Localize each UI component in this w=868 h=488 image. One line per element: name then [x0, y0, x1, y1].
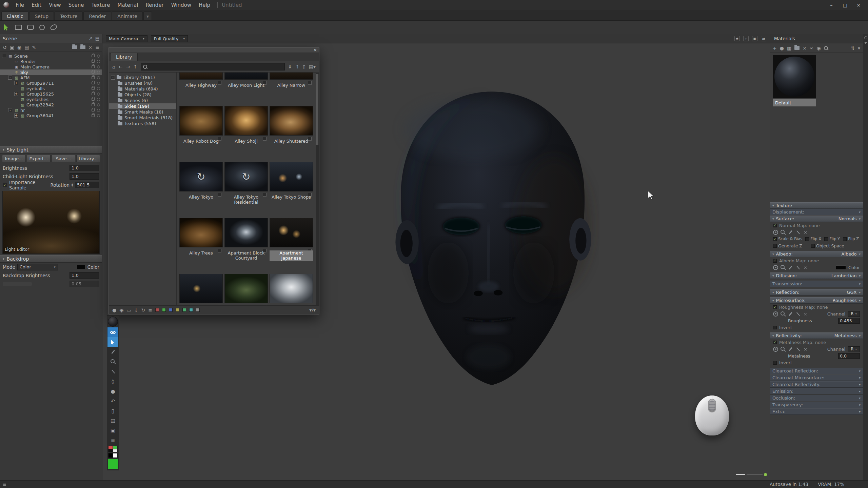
- mannequin-icon[interactable]: ◉: [119, 308, 123, 312]
- tag-blue-swatch[interactable]: [169, 308, 173, 312]
- scrollbar-thumb[interactable]: [316, 74, 318, 145]
- lock-icon[interactable]: [92, 60, 95, 63]
- brush-icon[interactable]: [788, 265, 793, 270]
- expand-toggle[interactable]: -: [2, 54, 6, 58]
- sky-thumbnail[interactable]: [224, 274, 268, 303]
- lock-icon[interactable]: [92, 103, 95, 106]
- list-view-icon[interactable]: ≡: [95, 45, 99, 50]
- section-clearcoat-reflection[interactable]: Clearcoat Reflection: ▾: [770, 368, 863, 374]
- lock-icon[interactable]: [92, 82, 95, 84]
- folder-brushes[interactable]: Brushes (48): [109, 80, 176, 86]
- bw-swatch[interactable]: [108, 453, 118, 458]
- lock-icon[interactable]: [92, 93, 95, 95]
- zoom-icon[interactable]: [781, 311, 786, 317]
- roughness-map-checkbox[interactable]: ✓: [773, 305, 777, 309]
- brightness-input[interactable]: [70, 165, 99, 171]
- sphere-preview-icon[interactable]: ●: [780, 46, 784, 50]
- edge-settings-icon[interactable]: [864, 36, 867, 39]
- reflectivity-mode-value[interactable]: Metalness: [834, 333, 857, 338]
- menu-scene[interactable]: Scene: [65, 2, 88, 8]
- library-item-partial[interactable]: [270, 274, 314, 305]
- delete-node-icon[interactable]: ×: [88, 45, 93, 50]
- zoom-icon[interactable]: [781, 347, 786, 352]
- visibility-icon[interactable]: ◉: [17, 45, 21, 50]
- invert-checkbox[interactable]: [773, 361, 777, 365]
- folder-icon[interactable]: [794, 46, 800, 50]
- clear-map-icon[interactable]: ×: [803, 311, 808, 317]
- circle-select-icon[interactable]: [39, 25, 45, 30]
- lock-icon[interactable]: [92, 114, 95, 117]
- sky-light-header[interactable]: ▾ Sky Light: [0, 146, 102, 154]
- expand-toggle[interactable]: -: [111, 76, 115, 80]
- close-button[interactable]: ×: [852, 2, 865, 8]
- search-input[interactable]: [149, 64, 282, 69]
- menu-window[interactable]: Window: [167, 2, 195, 8]
- ghost-icon[interactable]: [97, 71, 100, 74]
- stamp-tool[interactable]: ▤: [107, 416, 118, 426]
- folder-materials[interactable]: Materials (694): [109, 86, 176, 92]
- add-material-icon[interactable]: +: [773, 46, 777, 50]
- folder-smart-materials[interactable]: Smart Materials (318): [109, 115, 176, 121]
- select-arrow-icon[interactable]: [4, 24, 9, 30]
- albedo-color-swatch[interactable]: [836, 265, 846, 270]
- material-preview[interactable]: [773, 55, 816, 98]
- section-albedo[interactable]: ▾ Albedo: Albedo ▾: [770, 251, 863, 257]
- metalness-channel-select[interactable]: R ▾: [848, 346, 860, 352]
- gear-icon[interactable]: [773, 230, 778, 235]
- minimize-button[interactable]: –: [825, 2, 838, 8]
- folder-textures[interactable]: Textures (558): [109, 121, 176, 126]
- download-icon[interactable]: ↓: [134, 308, 138, 312]
- tree-item-hr[interactable]: - ▧ hr: [0, 107, 102, 113]
- up-icon[interactable]: ↑: [133, 64, 137, 69]
- section-extra[interactable]: Extra: ▾: [770, 408, 863, 415]
- delete-material-icon[interactable]: ×: [803, 46, 807, 50]
- backdrop-color-swatch[interactable]: [77, 265, 85, 269]
- section-surface[interactable]: ▾ Surface: Normals ▾: [770, 216, 863, 222]
- microsurface-mode-value[interactable]: Roughness: [833, 298, 857, 303]
- tag-lime-swatch[interactable]: [182, 308, 186, 312]
- dot-brush-tool[interactable]: ●: [107, 386, 118, 396]
- tree-item-group15625[interactable]: + ▧ Group15625: [0, 91, 102, 97]
- albedo-mode-value[interactable]: Albedo: [842, 251, 857, 257]
- export-icon[interactable]: ⇑: [295, 64, 299, 69]
- lock-icon[interactable]: [92, 109, 95, 111]
- sky-thumbnail[interactable]: [270, 218, 313, 247]
- ghost-icon[interactable]: [97, 114, 100, 117]
- forward-icon[interactable]: →: [126, 64, 130, 69]
- folder-add-icon[interactable]: [80, 45, 85, 49]
- white-swatch[interactable]: [113, 449, 118, 452]
- sky-thumbnail[interactable]: [224, 218, 268, 247]
- reflection-mode-value[interactable]: GGX: [847, 290, 856, 295]
- ghost-icon[interactable]: [97, 103, 100, 106]
- section-reflectivity[interactable]: ▾ Reflectivity: Metalness ▾: [770, 332, 863, 339]
- expand-toggle[interactable]: +: [14, 81, 18, 85]
- metalness-map-checkbox[interactable]: ✓: [773, 341, 777, 344]
- library-item-partial[interactable]: [179, 274, 223, 305]
- ghost-icon[interactable]: [97, 76, 100, 79]
- menu-view[interactable]: View: [45, 2, 65, 8]
- diffusion-mode-value[interactable]: Lambertian: [831, 273, 856, 278]
- menu-texture[interactable]: Texture: [88, 2, 114, 8]
- ghost-icon[interactable]: [97, 60, 100, 63]
- maximize-viewport-icon[interactable]: ▣: [752, 36, 757, 41]
- expand-toggle[interactable]: +: [14, 114, 18, 118]
- pencil-icon[interactable]: [795, 311, 801, 317]
- section-transmission[interactable]: Transmission: ▾: [770, 281, 863, 287]
- quality-select[interactable]: Full Quality ▾: [151, 35, 188, 42]
- rectangle-select-icon[interactable]: [15, 25, 22, 30]
- add-panel-icon[interactable]: +: [743, 36, 749, 41]
- section-displacement[interactable]: Displacement: ▾: [770, 209, 863, 215]
- app-logo-icon[interactable]: [3, 2, 9, 8]
- rounded-select-icon[interactable]: [27, 25, 34, 30]
- sky-thumbnail[interactable]: [179, 274, 223, 303]
- section-microsurface[interactable]: ▾ Microsurface: Roughness ▾: [770, 297, 863, 304]
- albedo-map-checkbox[interactable]: ✓: [773, 259, 777, 263]
- folder-icon[interactable]: [72, 45, 77, 49]
- select-tool[interactable]: [107, 337, 118, 347]
- lock-icon[interactable]: [92, 76, 95, 79]
- tree-item-sky[interactable]: · ☼ Sky: [0, 69, 102, 75]
- clear-map-icon[interactable]: ×: [803, 347, 808, 352]
- tree-item-group29711[interactable]: + ▧ Group29711: [0, 80, 102, 86]
- menu-help[interactable]: Help: [195, 2, 214, 8]
- section-clearcoat-microsurface[interactable]: Clearcoat Microsurface: ▾: [770, 374, 863, 381]
